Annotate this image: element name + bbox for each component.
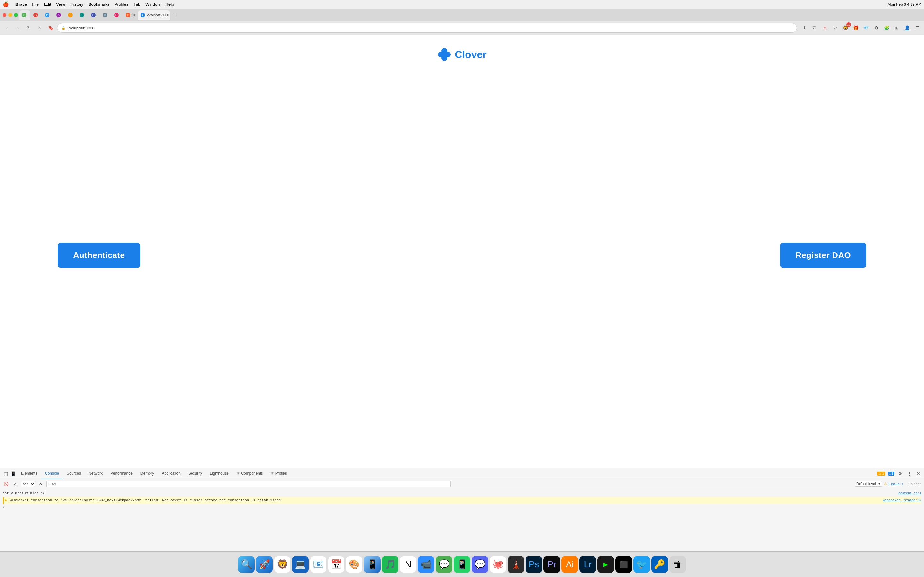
home-button[interactable]: ⌂ xyxy=(35,23,44,32)
address-bar[interactable]: 🔒 localhost:3000 xyxy=(57,23,797,33)
menu-help[interactable]: Help xyxy=(166,2,174,7)
tab-item-3[interactable]: M xyxy=(42,10,53,20)
menu-view[interactable]: View xyxy=(57,2,65,7)
tab-favicon-5: F xyxy=(68,13,73,17)
console-filter-input[interactable] xyxy=(46,481,451,487)
minimize-button[interactable] xyxy=(8,13,12,17)
issues-count[interactable]: ⚠ 1 Issue: 1 xyxy=(884,482,903,486)
console-source-1[interactable]: content.js:1 xyxy=(898,491,921,496)
menu-bookmarks[interactable]: Bookmarks xyxy=(89,2,110,7)
dock-launchpad[interactable]: 🚀 xyxy=(256,556,273,573)
tab-item-4[interactable]: A xyxy=(54,10,65,20)
devtools-tab-security[interactable]: Security xyxy=(184,468,206,479)
dock-mail[interactable]: 📧 xyxy=(310,556,326,573)
tab-item-1[interactable]: G xyxy=(19,10,30,20)
devtools-tab-performance[interactable]: Performance xyxy=(107,468,136,479)
dock-discord[interactable]: 💬 xyxy=(472,556,488,573)
devtools-tab-components[interactable]: ⚛ Components xyxy=(233,468,267,479)
tab-item-8[interactable]: H xyxy=(100,10,111,20)
rewards-icon[interactable]: 🎁 xyxy=(851,24,860,32)
devtools-more-icon[interactable]: ⋮ xyxy=(906,471,913,477)
devtools-tab-elements[interactable]: Elements xyxy=(17,468,41,479)
dock-1password[interactable]: 🔑 xyxy=(651,556,668,573)
dock-notion[interactable]: N xyxy=(400,556,417,573)
dock-spotify[interactable]: 🎵 xyxy=(382,556,399,573)
devtools-tab-profiler[interactable]: ⚛ Profiler xyxy=(267,468,291,479)
settings-icon[interactable]: ⚙ xyxy=(872,24,880,32)
profile-icon[interactable]: 👤 xyxy=(903,24,911,32)
share-icon[interactable]: ⬆ xyxy=(800,24,809,32)
menu-window[interactable]: Window xyxy=(145,2,160,7)
dock-github[interactable]: 🐙 xyxy=(489,556,506,573)
devtools-inspect-icon[interactable]: ⬚ xyxy=(3,471,9,477)
dock-messages[interactable]: 💬 xyxy=(436,556,452,573)
menu-app-name[interactable]: Brave xyxy=(15,2,27,7)
filter-icon[interactable]: ⊘ xyxy=(11,480,19,488)
dock-finder[interactable]: 🔍 xyxy=(238,556,255,573)
dock-lightroom[interactable]: Lr xyxy=(580,556,596,573)
tab-item-6[interactable]: F xyxy=(77,10,88,20)
devtools-tab-network[interactable]: Network xyxy=(85,468,107,479)
devtools-device-icon[interactable]: 📱 xyxy=(9,471,17,477)
dock-zoom[interactable]: 📹 xyxy=(418,556,435,573)
close-button[interactable] xyxy=(3,13,6,17)
devtools-close-icon[interactable]: ✕ xyxy=(915,471,921,477)
dock-vscode[interactable]: 💻 xyxy=(292,556,309,573)
dock-tower[interactable]: 🗼 xyxy=(507,556,524,573)
crypto-icon[interactable]: 💎 xyxy=(862,24,870,32)
issues-link[interactable]: 1 xyxy=(901,482,903,486)
authenticate-button[interactable]: Authenticate xyxy=(58,243,140,268)
tab-item-7[interactable]: H xyxy=(89,10,99,20)
dock-terminal[interactable]: ▶ xyxy=(598,556,614,573)
alert-icon[interactable]: ⚠ xyxy=(821,24,829,32)
devtools-console[interactable]: Not a medium blog :( content.js:1 ▶ WebS… xyxy=(0,489,924,551)
wallet-icon[interactable]: 🦁 12 xyxy=(841,24,850,32)
sidebar-icon[interactable]: ☰ xyxy=(913,24,921,32)
bookmark-button[interactable]: 🔖 xyxy=(46,23,55,32)
dock-iterm[interactable]: ⬛ xyxy=(615,556,632,573)
devtools-tab-console[interactable]: Console xyxy=(41,468,63,479)
tab-item-9[interactable]: C xyxy=(111,10,123,20)
console-source-2[interactable]: websocket.js?a9be:37 xyxy=(883,498,921,503)
forward-button[interactable]: › xyxy=(13,23,23,32)
menu-file[interactable]: File xyxy=(32,2,39,7)
devtools-tab-application[interactable]: Application xyxy=(158,468,184,479)
maximize-button[interactable] xyxy=(14,13,18,17)
devtools-tab-memory[interactable]: Memory xyxy=(136,468,158,479)
tab-item-localhost[interactable]: ★ localhost:3000 ✕ xyxy=(138,10,170,20)
extensions-icon[interactable]: 🧩 xyxy=(882,24,891,32)
tab-item-ci[interactable]: C Ci xyxy=(123,10,137,20)
devtools-tab-lighthouse[interactable]: Lighthouse xyxy=(206,468,233,479)
tab-new[interactable]: + xyxy=(171,10,179,20)
dock-photoshop[interactable]: Ps xyxy=(525,556,542,573)
back-button[interactable]: ‹ xyxy=(3,23,11,32)
apple-menu[interactable]: 🍎 xyxy=(3,1,9,7)
devtools-tab-sources[interactable]: Sources xyxy=(63,468,85,479)
devtools-settings-icon[interactable]: ⚙ xyxy=(897,471,903,477)
levels-dropdown[interactable]: Default levels ▾ xyxy=(855,481,882,487)
context-select[interactable]: top xyxy=(21,481,35,487)
dock-brave[interactable]: 🦁 xyxy=(274,556,291,573)
menu-profiles[interactable]: Profiles xyxy=(115,2,128,7)
tab-item-2[interactable]: G xyxy=(31,10,42,20)
dock-simulator[interactable]: 📱 xyxy=(364,556,381,573)
eye-icon[interactable]: 👁 xyxy=(37,480,44,488)
dock-ai[interactable]: Ai xyxy=(561,556,578,573)
dock-premiere[interactable]: Pr xyxy=(543,556,560,573)
tab-item-5[interactable]: F xyxy=(65,10,76,20)
register-dao-button[interactable]: Register DAO xyxy=(780,243,866,268)
clear-console-icon[interactable]: 🚫 xyxy=(3,480,10,488)
dock-trash[interactable]: 🗑 xyxy=(669,556,686,573)
vpn-icon[interactable]: ▽ xyxy=(831,24,839,32)
dock-whatsapp[interactable]: 📱 xyxy=(454,556,470,573)
menu-edit[interactable]: Edit xyxy=(44,2,51,7)
reload-button[interactable]: ↻ xyxy=(24,23,33,32)
menu-history[interactable]: History xyxy=(70,2,83,7)
shield-icon[interactable]: 🛡 xyxy=(811,24,819,32)
dock-figma[interactable]: 🎨 xyxy=(346,556,363,573)
split-view-icon[interactable]: ⊞ xyxy=(893,24,901,32)
dock-calendar[interactable]: 📅 xyxy=(328,556,344,573)
menu-tab[interactable]: Tab xyxy=(134,2,140,7)
dock-twitter[interactable]: 🐦 xyxy=(633,556,650,573)
issue-warning-icon: ⚠ xyxy=(884,482,887,486)
